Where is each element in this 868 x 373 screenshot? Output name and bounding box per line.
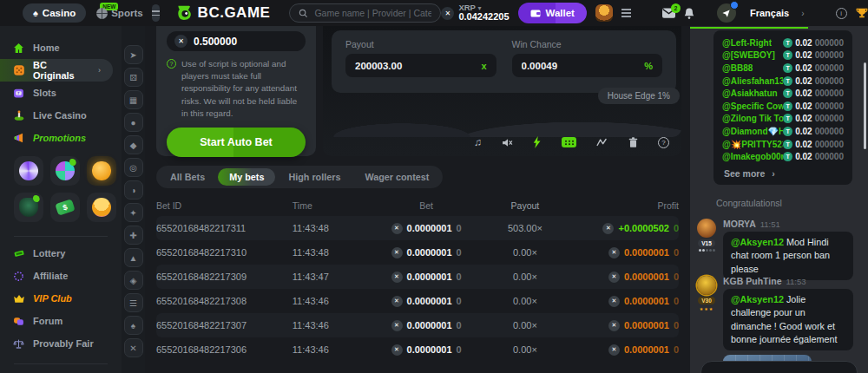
table-row[interactable]: 65520168482217308 11:43:46 ✕0.00000010 0… [156,289,679,313]
winner-username[interactable]: @Specific Cowden [722,101,783,111]
sidebar-item-live-casino[interactable]: Live Casino [0,104,122,127]
bets-tab[interactable]: High rollers [277,168,352,186]
winner-username[interactable]: @💥PRITTY5233💥 [722,140,783,149]
rain-winner-row[interactable]: @Imakegob00m... T0.02000000 [722,150,844,163]
sidebar-item-vip-club[interactable]: VIP Club [0,287,122,310]
winner-username[interactable]: @Zilong Tik Tok [722,114,783,123]
sidebar-item-forum[interactable]: Forum [0,310,122,332]
game-rail-item[interactable]: ◆ [124,135,143,154]
winner-username[interactable]: @Left-Right [722,38,772,48]
game-rail-item[interactable]: ▦ [124,90,143,109]
user-avatar[interactable] [595,4,613,22]
table-row[interactable]: 65520168482217309 11:43:47 ✕0.00000010 0… [156,265,679,289]
game-rail-item[interactable]: ➤ [124,45,143,64]
sound-mute-button[interactable] [502,138,513,147]
promo-lucky-wheel-icon[interactable] [50,156,80,186]
sidebar-item-provably-fair[interactable]: Provably Fair [0,332,122,355]
game-rail-item[interactable]: ▲ [124,248,143,267]
sidebar-item-lottery[interactable]: Lottery [0,242,122,265]
game-rail-item[interactable]: ♠ [124,316,143,335]
winner-username[interactable]: @Diamond💎Hu... [722,127,783,136]
rain-winner-row[interactable]: @[SWEBOY] T0.02000000 [722,49,844,62]
game-rail-item[interactable]: ✚ [124,226,143,245]
payout-input[interactable] [355,61,481,71]
search-input[interactable] [314,8,431,18]
balance-selector[interactable]: ✕ XRP ▾ 0.04242205 [441,3,509,23]
info-icon[interactable]: i [836,8,847,19]
bet-list-icon[interactable] [621,9,631,17]
payout-field[interactable]: x [345,54,496,77]
rain-winner-row[interactable]: @Diamond💎Hu... T0.02000000 [722,125,844,138]
bets-tab[interactable]: My bets [218,168,275,186]
win-chance-field[interactable]: % [512,54,663,77]
help-button[interactable]: ? [658,137,669,148]
win-chance-input[interactable] [522,61,645,71]
winner-username[interactable]: @Aliesfahan1363 [722,76,783,86]
promo-coin-drop-icon[interactable] [87,193,116,222]
avatar[interactable] [697,276,716,295]
game-rail-item[interactable]: ● [124,113,143,132]
game-rail-item[interactable]: ✕ [124,338,143,357]
xrp-coin-icon: ✕ [391,320,403,331]
bcgame-logo[interactable]: BC.GAME [175,4,271,22]
rain-winner-row[interactable]: @Zilong Tik Tok T0.02000000 [722,113,844,126]
rain-winner-row[interactable]: @Asiakhatun T0.02000000 [722,87,844,100]
mention-link[interactable]: @Aksyen12 [731,237,784,247]
table-row[interactable]: 65520168482217311 11:43:48 ✕0.00000010 5… [156,216,679,240]
table-row[interactable]: 65520168482217306 11:43:46 ✕0.00000010 0… [156,337,679,362]
casino-toggle[interactable]: ♠ Casino [23,3,86,23]
trends-button[interactable] [596,138,608,147]
winner-username[interactable]: @BB88 [722,63,753,73]
promo-cash-tag-icon[interactable]: $ [50,193,80,222]
game-rail-item[interactable]: ⚄ [124,68,143,87]
sidebar-item-affiliate[interactable]: Affiliate [0,265,122,287]
game-rail-item[interactable]: ◑ [124,180,143,200]
game-rail-item[interactable]: ☰ [124,293,143,312]
promo-golden-pig-icon[interactable] [87,156,116,186]
notifications-button[interactable] [684,8,694,19]
chat-input[interactable] [700,361,858,373]
language-selector[interactable]: Français › [750,8,805,18]
turbo-button[interactable] [533,136,542,148]
bets-tab[interactable]: All Bets [159,168,216,186]
game-rail-item[interactable]: ◈ [124,271,143,290]
table-row[interactable]: 65520168482217310 11:43:48 ✕0.00000010 0… [156,240,679,265]
rain-winner-row[interactable]: @Specific Cowden T0.02000000 [722,100,844,113]
sidebar-item-slots[interactable]: 7 Slots [0,82,122,104]
rain-winner-row[interactable]: @BB88 T0.02000000 [722,62,844,75]
sidebar-item-bc-originals[interactable]: BC Originals › [0,59,113,82]
music-button[interactable]: ♫ [474,136,482,148]
mention-link[interactable]: @Aksyen12 [731,294,784,304]
bet-amount-input[interactable] [194,36,298,48]
chat-username[interactable]: KGB PuhTine [723,276,781,286]
game-rail-item[interactable]: ✦ [124,203,143,222]
sidebar-collapse-button[interactable] [152,4,160,22]
rain-winner-row[interactable]: @Left-Right T0.02000000 [722,36,844,49]
trophy-icon[interactable] [856,7,868,19]
winner-username[interactable]: @Imakegob00m... [722,152,783,161]
sidebar-item-promotions[interactable]: Promotions [0,127,122,149]
messages-button[interactable]: 2 [662,8,675,18]
sidebar-item-home[interactable]: Home [0,36,122,59]
start-auto-bet-button[interactable]: Start Auto Bet [167,128,306,157]
chat-toggle-button[interactable] [717,3,736,23]
promo-spiral-target-icon[interactable] [14,156,43,186]
game-search[interactable] [289,3,441,23]
winner-username[interactable]: @[SWEBOY] [722,50,775,60]
rain-winner-row[interactable]: @💥PRITTY5233💥 T0.02000000 [722,138,844,151]
rain-winner-row[interactable]: @Aliesfahan1363 T0.02000000 [722,75,844,88]
avatar[interactable] [697,219,716,238]
hotkeys-button[interactable] [562,137,576,147]
wallet-button[interactable]: Wallet [518,3,587,23]
table-row[interactable]: 65520168482217307 11:43:46 ✕0.00000010 0… [156,313,679,337]
bet-amount-field[interactable]: ✕ [167,31,306,51]
promo-green-claw-icon[interactable] [14,193,43,222]
see-more-link[interactable]: See more › [722,163,844,180]
bets-tab[interactable]: Wager contest [353,168,440,186]
game-rail-item[interactable]: ◎ [124,158,143,177]
chat-username[interactable]: MORYA [723,219,756,229]
chat-scrollbar[interactable] [864,62,866,149]
winner-username[interactable]: @Asiakhatun [722,88,778,98]
clear-button[interactable] [628,137,638,148]
sports-toggle[interactable]: NEW Sports [96,8,142,19]
